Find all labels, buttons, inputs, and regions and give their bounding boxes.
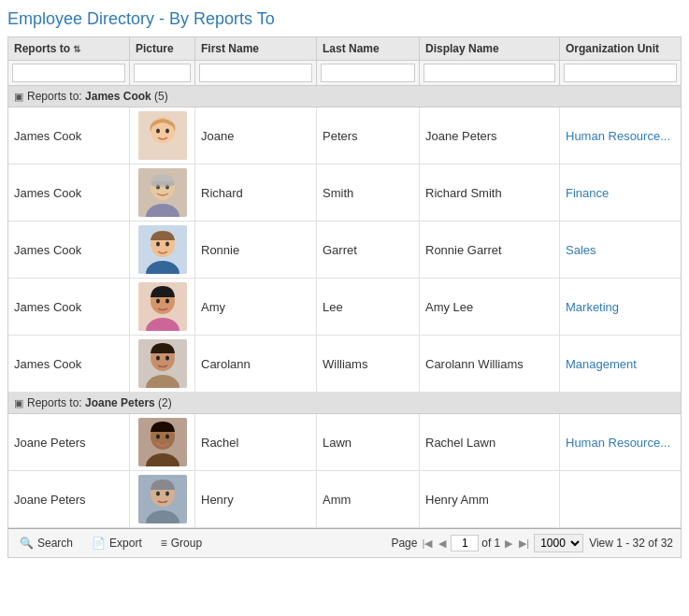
group-label-james-cook: Reports to: James Cook (5) bbox=[27, 90, 168, 103]
next-page-button[interactable]: ▶ bbox=[503, 537, 514, 551]
cell-org-unit: Human Resource... bbox=[560, 107, 681, 164]
per-page-select[interactable]: 100 250 500 1000 bbox=[534, 534, 583, 552]
cell-org-unit: Sales bbox=[560, 222, 681, 278]
data-grid: Reports to ⇅ Picture First Name Last Nam… bbox=[7, 36, 682, 528]
svg-point-36 bbox=[156, 492, 160, 496]
cell-last-name: Smith bbox=[317, 165, 420, 221]
group-header-james-cook: ▣ Reports to: James Cook (5) bbox=[8, 86, 681, 107]
cell-picture bbox=[130, 107, 195, 164]
svg-point-26 bbox=[156, 356, 160, 361]
cell-first-name: Rachel bbox=[195, 414, 317, 470]
table-row: James Cook Carolann Williams Carolann bbox=[8, 336, 681, 393]
cell-reports-to: Joane Peters bbox=[8, 471, 130, 527]
filter-input-org-unit[interactable] bbox=[564, 64, 677, 82]
cell-first-name: Ronnie bbox=[195, 222, 317, 278]
cell-first-name: Carolann bbox=[195, 336, 317, 392]
search-icon: 🔍 bbox=[20, 537, 34, 550]
cell-org-unit: Finance bbox=[560, 165, 681, 221]
avatar bbox=[138, 475, 187, 523]
footer-left: 🔍 Search 📄 Export ≡ Group bbox=[16, 535, 206, 552]
group-toggle-joane-peters[interactable]: ▣ bbox=[14, 397, 23, 409]
filter-cell-first-name bbox=[195, 61, 317, 85]
table-row: Joane Peters Henry Amm Henry Amm bbox=[8, 471, 681, 528]
cell-last-name: Peters bbox=[317, 107, 420, 164]
page-wrapper: Employee Directory - By Reports To Repor… bbox=[0, 0, 689, 558]
cell-first-name: Richard bbox=[195, 165, 317, 221]
cell-display-name: Henry Amm bbox=[420, 471, 560, 527]
avatar bbox=[138, 225, 187, 274]
cell-first-name: Amy bbox=[195, 279, 317, 335]
svg-point-6 bbox=[165, 129, 169, 134]
of-label: of 1 bbox=[481, 537, 500, 550]
svg-point-32 bbox=[165, 435, 169, 439]
filter-cell-org-unit bbox=[560, 61, 681, 85]
group-icon: ≡ bbox=[161, 537, 167, 550]
table-row: Joane Peters Rachel Lawn Rachel Lawn bbox=[8, 414, 681, 471]
cell-last-name: Lawn bbox=[317, 414, 420, 470]
page-title: Employee Directory - By Reports To bbox=[7, 9, 682, 29]
filter-cell-display-name bbox=[420, 61, 560, 85]
cell-reports-to: James Cook bbox=[8, 279, 130, 335]
cell-org-unit bbox=[560, 471, 681, 527]
filter-input-picture[interactable] bbox=[134, 64, 191, 82]
filter-input-last-name[interactable] bbox=[321, 64, 415, 82]
svg-point-17 bbox=[165, 242, 169, 247]
svg-point-21 bbox=[156, 299, 160, 304]
cell-last-name: Garret bbox=[317, 222, 420, 278]
search-button[interactable]: 🔍 Search bbox=[16, 535, 77, 552]
col-header-reports-to: Reports to ⇅ bbox=[8, 37, 130, 60]
cell-org-unit: Management bbox=[560, 336, 681, 392]
svg-point-16 bbox=[156, 242, 160, 247]
filter-input-first-name[interactable] bbox=[199, 64, 312, 82]
col-header-picture: Picture bbox=[130, 37, 195, 60]
cell-last-name: Amm bbox=[317, 471, 420, 527]
avatar bbox=[138, 418, 187, 466]
svg-rect-12 bbox=[151, 181, 174, 187]
filter-cell-last-name bbox=[317, 61, 420, 85]
cell-display-name: Joane Peters bbox=[420, 107, 560, 164]
filter-input-display-name[interactable] bbox=[423, 64, 555, 82]
group-toggle-james-cook[interactable]: ▣ bbox=[14, 91, 23, 103]
col-header-display-name: Display Name bbox=[420, 37, 560, 60]
cell-display-name: Richard Smith bbox=[420, 165, 560, 221]
filter-cell-picture bbox=[130, 61, 195, 85]
cell-reports-to: James Cook bbox=[8, 336, 130, 392]
group-label-joane-peters: Reports to: Joane Peters (2) bbox=[27, 396, 172, 409]
table-row: James Cook Amy Lee Amy Lee Mark bbox=[8, 279, 681, 336]
cell-org-unit: Human Resource... bbox=[560, 414, 681, 470]
col-header-last-name: Last Name bbox=[317, 37, 420, 60]
cell-reports-to: James Cook bbox=[8, 107, 130, 164]
cell-display-name: Rachel Lawn bbox=[420, 414, 560, 470]
export-icon: 📄 bbox=[92, 537, 106, 550]
sort-icon-reports-to[interactable]: ⇅ bbox=[73, 44, 80, 54]
page-number-input[interactable] bbox=[451, 535, 479, 552]
grid-header-row: Reports to ⇅ Picture First Name Last Nam… bbox=[8, 37, 681, 61]
footer-bar: 🔍 Search 📄 Export ≡ Group Page |◀ ◀ of 1… bbox=[7, 528, 682, 558]
avatar bbox=[138, 339, 187, 388]
svg-point-31 bbox=[156, 435, 160, 439]
filter-cell-reports-to bbox=[8, 61, 130, 85]
cell-first-name: Joane bbox=[195, 107, 317, 164]
table-row: James Cook Richard Smith bbox=[8, 165, 681, 222]
first-page-button[interactable]: |◀ bbox=[420, 537, 434, 551]
svg-point-5 bbox=[156, 129, 160, 134]
avatar bbox=[138, 282, 187, 331]
cell-picture bbox=[130, 165, 195, 221]
cell-display-name: Ronnie Garret bbox=[420, 222, 560, 278]
last-page-button[interactable]: ▶| bbox=[517, 537, 531, 551]
svg-point-27 bbox=[165, 356, 169, 361]
export-button[interactable]: 📄 Export bbox=[88, 535, 146, 552]
cell-reports-to: Joane Peters bbox=[8, 414, 130, 470]
cell-last-name: Williams bbox=[317, 336, 420, 392]
filter-input-reports-to[interactable] bbox=[12, 64, 125, 82]
col-header-org-unit: Organization Unit bbox=[560, 37, 681, 60]
view-info: View 1 - 32 of 32 bbox=[589, 537, 673, 550]
cell-picture bbox=[130, 336, 195, 392]
group-button[interactable]: ≡ Group bbox=[157, 535, 206, 552]
col-header-first-name: First Name bbox=[195, 37, 317, 60]
cell-picture bbox=[130, 222, 195, 278]
page-label: Page bbox=[391, 537, 417, 550]
prev-page-button[interactable]: ◀ bbox=[437, 537, 448, 551]
footer-right: Page |◀ ◀ of 1 ▶ ▶| 100 250 500 1000 Vie… bbox=[391, 534, 673, 552]
cell-picture bbox=[130, 471, 195, 527]
